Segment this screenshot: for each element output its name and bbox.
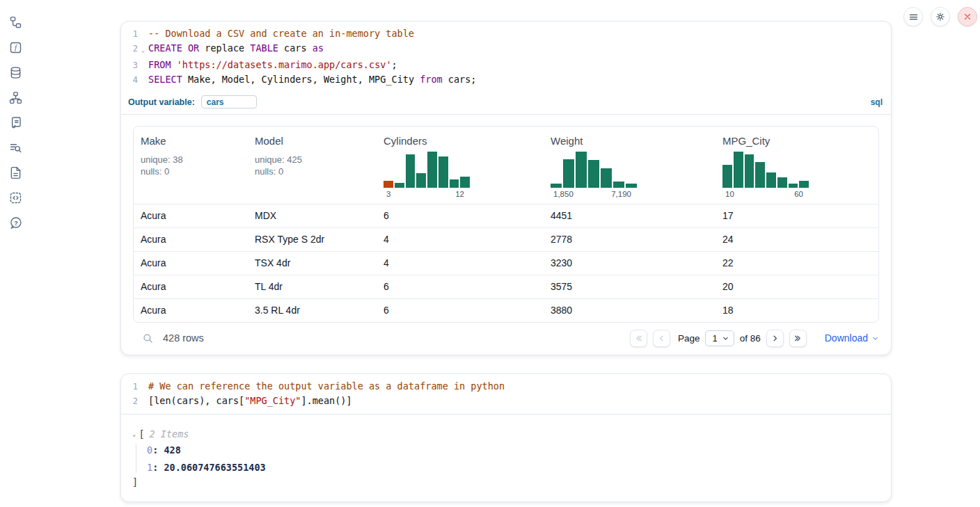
sql-cell: 1-- Download a CSV and create an in-memo… [120, 21, 892, 355]
tree-entry-key: 1 [147, 462, 152, 473]
histogram-bar [755, 162, 765, 188]
histogram-bar [777, 177, 787, 188]
histogram-max-label: 7,190 [611, 190, 631, 198]
search-icon[interactable] [142, 332, 154, 344]
code-token: "MPG_City" [244, 395, 301, 406]
row-count-label: 428 rows [163, 332, 204, 344]
chevron-down-icon [871, 335, 879, 342]
page-select-value: 1 [712, 333, 717, 344]
gear-icon[interactable] [931, 7, 950, 26]
column-stat-line: unique: 425 [255, 154, 370, 166]
histogram-max-label: 12 [455, 190, 464, 198]
sidebar-panel-toolbar: f ? [0, 0, 31, 507]
function-icon[interactable]: f [8, 40, 23, 55]
language-badge: sql [871, 97, 883, 107]
code-line: 2[len(cars), cars["MPG_City"].mean()] [121, 394, 891, 408]
column-header[interactable]: Modelunique: 425nulls: 0 [248, 127, 377, 204]
histogram-bar [427, 152, 437, 188]
dependency-graph-icon[interactable] [8, 90, 23, 105]
table-row: AcuraRSX Type S 2dr4277824 [134, 228, 878, 252]
code-text: FROM 'https://datasets.marimo.app/cars.c… [148, 58, 397, 72]
column-histogram: 1,8507,190 [551, 152, 637, 198]
fold-icon[interactable]: ⌄ [138, 41, 148, 58]
column-header[interactable]: MPG_City1060 [716, 127, 878, 204]
histogram-max-label: 60 [794, 190, 803, 198]
download-button[interactable]: Download [825, 332, 879, 344]
file-tree-icon[interactable] [8, 15, 23, 30]
close-bracket: ] [132, 476, 880, 488]
histogram-bar [563, 159, 574, 188]
column-title: Model [255, 135, 370, 147]
previous-page-button[interactable] [653, 330, 670, 347]
code-token: SELECT [148, 74, 182, 85]
column-stat-line: nulls: 0 [255, 166, 370, 178]
column-histogram: 1060 [722, 152, 809, 198]
table-header-row: Makeunique: 38nulls: 0Modelunique: 425nu… [134, 127, 878, 204]
line-number: 4 [121, 72, 138, 87]
code-token: CREATE [148, 42, 182, 54]
next-page-button[interactable] [766, 330, 784, 347]
tree-entries: 0: 4281: 20.060747663551403 [136, 444, 880, 473]
help-icon[interactable]: ? [8, 215, 23, 230]
tree-entry-key: 0 [147, 444, 152, 456]
column-stat-line: nulls: 0 [141, 166, 241, 178]
table-cell: Acura [134, 299, 248, 322]
output-variable-input[interactable] [201, 95, 257, 108]
table-cell: 4 [377, 228, 544, 251]
line-number: 1 [121, 26, 138, 41]
column-header[interactable]: Weight1,8507,190 [544, 127, 716, 204]
last-page-button[interactable] [789, 330, 807, 347]
histogram-axis-labels: 1060 [722, 190, 809, 198]
histogram-bar [601, 168, 612, 188]
svg-text:f: f [15, 44, 18, 51]
histogram-bar [722, 165, 732, 188]
code-token: as [313, 42, 324, 54]
database-icon[interactable] [8, 65, 23, 80]
documentation-icon[interactable] [8, 165, 23, 180]
line-number: 1 [121, 379, 138, 394]
output-variable-label: Output variable: [128, 97, 195, 107]
histogram-min-label: 3 [386, 190, 390, 198]
open-bracket: [ [139, 428, 144, 440]
menu-icon[interactable] [903, 7, 923, 26]
code-token: cars; [443, 74, 477, 85]
histogram-bars [722, 152, 809, 188]
column-title: Weight [551, 135, 709, 147]
code-token: from [420, 74, 443, 85]
code-text: SELECT Make, Model, Cylinders, Weight, M… [148, 72, 476, 86]
code-token: [len(cars), cars[ [148, 395, 244, 406]
first-page-button[interactable] [630, 330, 647, 347]
tree-expand-icon[interactable]: ⌄ [132, 430, 136, 437]
sql-code-editor[interactable]: 1-- Download a CSV and create an in-memo… [121, 22, 891, 92]
histogram-bar [416, 173, 426, 188]
table-row: AcuraMDX6445117 [134, 204, 878, 228]
scratchpad-icon[interactable] [8, 115, 23, 130]
table-cell: TL 4dr [248, 275, 377, 298]
table-cell: 18 [716, 299, 878, 322]
histogram-bar [789, 184, 798, 188]
items-count-label: 2 Items [150, 428, 189, 440]
column-title: MPG_City [722, 135, 871, 147]
histogram-bar [438, 156, 448, 188]
logs-icon[interactable] [8, 140, 23, 155]
line-number: 2 [121, 394, 138, 408]
tree-entry: 1: 20.060747663551403 [147, 462, 880, 473]
page-total-label: of 86 [740, 333, 761, 344]
page-select[interactable]: 1 [705, 330, 734, 346]
histogram-min-label: 10 [725, 190, 734, 198]
python-code-editor[interactable]: 1# We can reference the output variable … [121, 374, 891, 415]
close-icon[interactable] [958, 7, 977, 26]
code-token: 'https://datasets.marimo.app/cars.csv' [177, 59, 392, 70]
snippets-icon[interactable] [8, 190, 23, 205]
pagination: Page 1 of 86 [630, 330, 879, 347]
column-header[interactable]: Cylinders312 [377, 127, 544, 204]
notebook-body: 1-- Download a CSV and create an in-memo… [120, 21, 892, 502]
table-row: AcuraTSX 4dr4323022 [134, 252, 878, 275]
code-token: # We can reference the output variable a… [148, 380, 505, 392]
code-line: 2⌄CREATE OR replace TABLE cars as [121, 41, 891, 58]
table-cell: Acura [134, 228, 248, 251]
column-header[interactable]: Makeunique: 38nulls: 0 [134, 127, 248, 204]
histogram-bar [395, 183, 404, 188]
fold-slot [138, 394, 148, 396]
column-title: Cylinders [384, 135, 537, 147]
